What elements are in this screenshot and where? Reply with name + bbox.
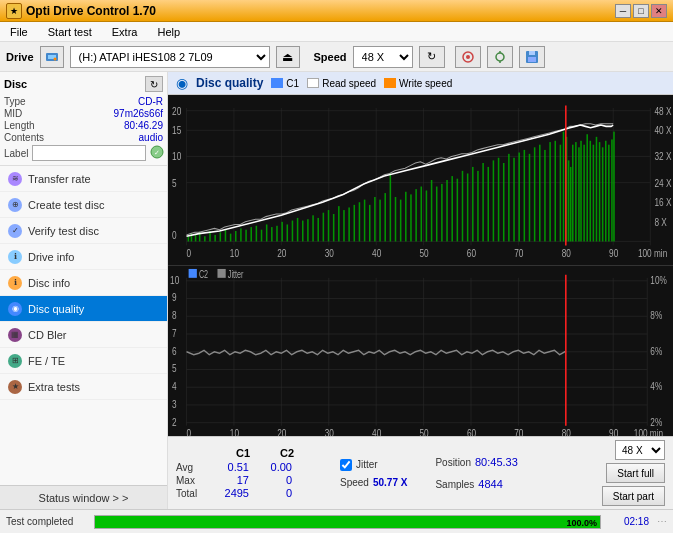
svg-text:30: 30 — [325, 247, 334, 259]
sidebar-item-disc-quality[interactable]: ◉ Disc quality — [0, 296, 167, 322]
svg-rect-144 — [613, 132, 615, 242]
svg-text:90: 90 — [609, 247, 618, 259]
disc-length-row: Length 80:46.29 — [4, 120, 163, 131]
drive-icon — [40, 46, 64, 68]
eject-button[interactable]: ⏏ — [276, 46, 300, 68]
svg-rect-71 — [281, 222, 283, 242]
svg-rect-9 — [529, 51, 535, 55]
minimize-button[interactable]: ─ — [615, 4, 631, 18]
svg-rect-90 — [379, 200, 381, 242]
svg-rect-80 — [328, 210, 330, 241]
sidebar-item-extra-tests[interactable]: ★ Extra tests — [0, 374, 167, 400]
disc-type-value: CD-R — [138, 96, 163, 107]
sidebar-item-create-test-disc[interactable]: ⊕ Create test disc — [0, 192, 167, 218]
svg-rect-78 — [317, 218, 319, 242]
disc-label-label: Label — [4, 148, 28, 159]
title-bar-left: ★ Opti Drive Control 1.70 — [6, 3, 156, 19]
disc-header: Disc ↻ — [4, 76, 163, 92]
menu-start-test[interactable]: Start test — [42, 24, 98, 40]
avg-c2: 0.00 — [257, 461, 292, 473]
time-display: 02:18 — [609, 516, 649, 527]
svg-rect-132 — [578, 147, 580, 241]
sidebar-item-disc-info[interactable]: ℹ Disc info — [0, 270, 167, 296]
svg-text:40: 40 — [372, 247, 381, 259]
svg-text:20: 20 — [277, 427, 286, 436]
avg-c1: 0.51 — [214, 461, 249, 473]
svg-rect-94 — [400, 200, 402, 242]
disc-label-input[interactable] — [32, 145, 146, 161]
svg-text:10: 10 — [170, 273, 179, 286]
svg-rect-133 — [580, 141, 582, 242]
svg-rect-81 — [333, 214, 335, 241]
svg-text:20: 20 — [277, 247, 286, 259]
status-window-button[interactable]: Status window > > — [0, 485, 167, 509]
svg-point-4 — [466, 55, 470, 59]
samples-value: 4844 — [478, 478, 502, 490]
start-part-button[interactable]: Start part — [602, 486, 665, 506]
disc-quality-header: ◉ Disc quality C1 Read speed Write speed — [168, 72, 673, 95]
svg-rect-192 — [189, 269, 197, 278]
jitter-checkbox[interactable] — [340, 459, 352, 471]
svg-text:20: 20 — [172, 105, 181, 117]
svg-rect-109 — [477, 171, 479, 242]
test-speed-select[interactable]: 48 X — [615, 440, 665, 460]
svg-rect-63 — [240, 228, 242, 241]
maximize-button[interactable]: □ — [633, 4, 649, 18]
svg-rect-105 — [457, 179, 459, 242]
sidebar-item-fe-te[interactable]: ⊞ FE / TE — [0, 348, 167, 374]
svg-rect-74 — [297, 218, 299, 242]
svg-rect-129 — [570, 167, 572, 242]
close-button[interactable]: ✕ — [651, 4, 667, 18]
svg-rect-141 — [605, 141, 607, 242]
svg-text:60: 60 — [467, 427, 476, 436]
settings-icon[interactable] — [487, 46, 513, 68]
fe-te-icon: ⊞ — [8, 354, 22, 368]
svg-text:10: 10 — [230, 247, 239, 259]
svg-text:0: 0 — [172, 229, 177, 241]
title-bar: ★ Opti Drive Control 1.70 ─ □ ✕ — [0, 0, 673, 22]
disc-mid-value: 97m26s66f — [114, 108, 163, 119]
svg-text:7: 7 — [172, 327, 177, 340]
start-full-button[interactable]: Start full — [606, 463, 665, 483]
total-c1: 2495 — [214, 487, 249, 499]
svg-rect-89 — [374, 197, 376, 241]
svg-rect-194 — [217, 269, 225, 278]
speed-select[interactable]: 48 X — [353, 46, 413, 68]
svg-rect-56 — [204, 236, 206, 241]
lower-chart: 10 9 8 7 6 5 4 3 2 10% 8% 6% 4% 2% — [168, 266, 673, 436]
svg-rect-77 — [312, 215, 314, 241]
svg-rect-124 — [554, 141, 556, 242]
svg-rect-88 — [369, 205, 371, 242]
save-button[interactable] — [519, 46, 545, 68]
svg-text:80: 80 — [562, 427, 571, 436]
sidebar-item-cd-bler[interactable]: ▦ CD Bler — [0, 322, 167, 348]
drive-select[interactable]: (H:) ATAPI iHES108 2 7L09 — [70, 46, 270, 68]
sidebar-item-verify-test-disc[interactable]: ✓ Verify test disc — [0, 218, 167, 244]
svg-point-5 — [496, 53, 504, 61]
window-controls: ─ □ ✕ — [615, 4, 667, 18]
refresh-speed-button[interactable]: ↻ — [419, 46, 445, 68]
disc-label-icon-button[interactable]: ✓ — [150, 145, 164, 161]
burst-icon[interactable] — [455, 46, 481, 68]
legend-c1: C1 — [271, 78, 299, 89]
resize-handle[interactable]: ⋯ — [657, 516, 667, 527]
svg-rect-91 — [384, 193, 386, 241]
sidebar-item-drive-info[interactable]: ℹ Drive info — [0, 244, 167, 270]
disc-refresh-button[interactable]: ↻ — [145, 76, 163, 92]
svg-rect-95 — [405, 192, 407, 242]
svg-rect-102 — [441, 184, 443, 242]
menu-file[interactable]: File — [4, 24, 34, 40]
svg-rect-96 — [410, 194, 412, 241]
svg-rect-97 — [415, 189, 417, 241]
svg-rect-52 — [188, 236, 190, 241]
drive-info-icon: ℹ — [8, 250, 22, 264]
svg-text:50: 50 — [419, 427, 428, 436]
svg-rect-54 — [195, 235, 197, 242]
menu-help[interactable]: Help — [151, 24, 186, 40]
charts-container: 20 15 10 5 0 48 X 40 X 32 X 24 X 16 X 8 … — [168, 95, 673, 436]
svg-text:40 X: 40 X — [654, 124, 672, 136]
sidebar-item-transfer-rate[interactable]: ≋ Transfer rate — [0, 166, 167, 192]
svg-rect-84 — [348, 207, 350, 241]
menu-extra[interactable]: Extra — [106, 24, 144, 40]
disc-label-row: Label ✓ — [4, 145, 163, 161]
